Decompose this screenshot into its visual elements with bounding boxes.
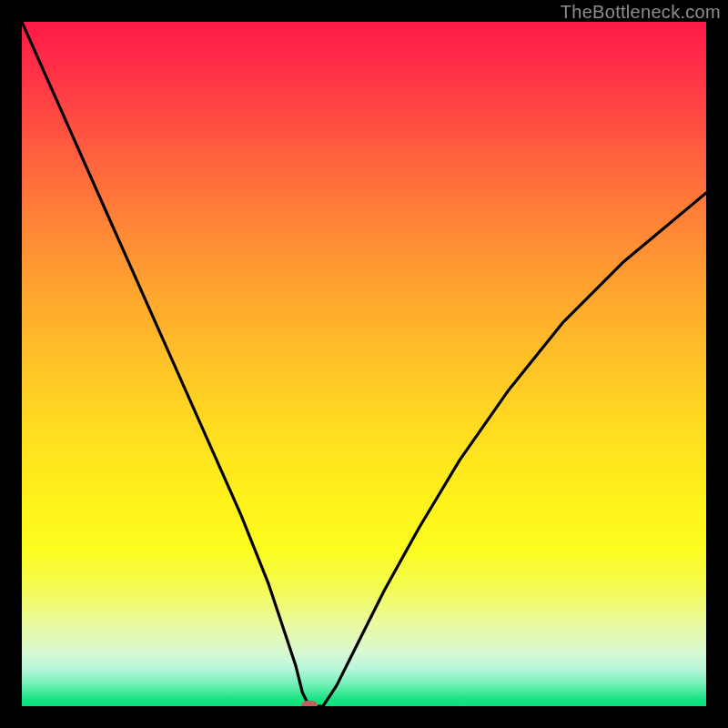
optimal-point-marker xyxy=(301,701,318,706)
chart-frame: TheBottleneck.com xyxy=(0,0,728,728)
watermark-text: TheBottleneck.com xyxy=(561,2,721,23)
bottleneck-curve xyxy=(22,22,706,706)
plot-area xyxy=(22,22,706,706)
